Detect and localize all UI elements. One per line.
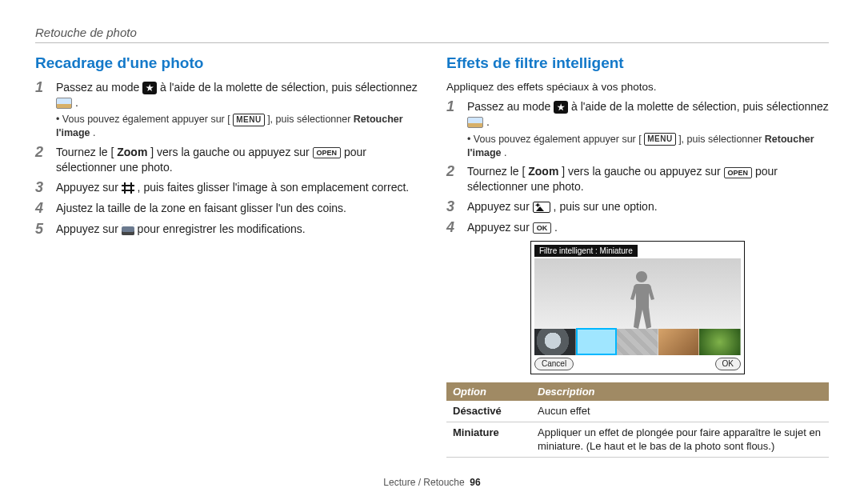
footer-page-number: 96	[470, 477, 480, 488]
crop-icon	[122, 182, 134, 194]
step-number: 4	[35, 201, 48, 217]
step-number: 1	[446, 99, 459, 160]
text: Passez au mode	[467, 100, 554, 113]
footer-section: Lecture / Retouche	[383, 477, 464, 488]
thumb-miniature-selected[interactable]	[576, 328, 618, 355]
right-heading: Effets de filtre intelligent	[446, 53, 829, 74]
menu-key-icon: MENU	[233, 114, 264, 126]
r-step-1: Passez au mode à l'aide de la molette de…	[467, 99, 829, 160]
text: Appuyez sur	[467, 221, 533, 234]
text: Passez au mode	[56, 81, 142, 94]
th-description: Description	[531, 382, 829, 402]
mode-magic-icon	[554, 101, 568, 114]
preview-cancel-button[interactable]: Cancel	[534, 358, 574, 370]
cell-option: Désactivé	[446, 401, 531, 422]
text: pour enregistrer les modifications.	[138, 222, 306, 235]
ok-key-icon: OK	[533, 222, 552, 234]
step-number: 2	[446, 164, 459, 194]
thumb-filter-5[interactable]	[699, 328, 741, 355]
text: Appuyez sur	[56, 222, 122, 235]
thumb-filter-4[interactable]	[658, 328, 700, 355]
left-column: Recadrage d'une photo 1 Passez au mode à…	[35, 53, 418, 472]
step-number: 3	[35, 180, 48, 196]
text: .	[554, 221, 558, 234]
step-3: Appuyez sur , puis faites glisser l'imag…	[56, 180, 418, 196]
text: .	[75, 96, 78, 109]
text: Tournez le [	[56, 146, 114, 158]
right-intro: Appliquez des effets spéciaux à vos phot…	[446, 80, 829, 94]
th-option: Option	[446, 382, 531, 402]
bold-text: Zoom	[528, 165, 558, 178]
preview-ok-button[interactable]: OK	[715, 358, 741, 370]
photo-edit-icon	[56, 98, 72, 109]
text: Vous pouvez également appuyer sur [	[474, 134, 642, 145]
text: ] vers la gauche ou appuyez sur	[150, 146, 312, 158]
open-key-icon: OPEN	[724, 167, 753, 178]
step-5: Appuyez sur pour enregistrer les modific…	[56, 222, 418, 238]
text: à l'aide de la molette de sélection, pui…	[160, 81, 418, 94]
text: à l'aide de la molette de sélection, pui…	[571, 100, 829, 113]
table-row: Miniature Appliquer un effet de plongée …	[446, 422, 829, 457]
thumb-filter-3[interactable]	[617, 328, 658, 355]
right-column: Effets de filtre intelligent Appliquez d…	[446, 53, 829, 472]
preview-scene	[534, 258, 741, 329]
step-number: 1	[35, 80, 48, 141]
cell-description: Aucun effet	[531, 401, 829, 422]
silhouette-icon	[626, 271, 658, 329]
text: ], puis sélectionner	[678, 134, 765, 145]
mode-magic-icon	[142, 82, 157, 94]
bold-text: Zoom	[117, 146, 147, 158]
thumb-original[interactable]	[534, 328, 576, 355]
text: .	[504, 147, 506, 158]
page-footer: Lecture / Retouche 96	[35, 472, 829, 488]
open-key-icon: OPEN	[313, 147, 342, 158]
r-step-4: Appuyez sur OK .	[467, 220, 829, 236]
r-step-3: Appuyez sur , puis sur une option.	[467, 199, 829, 215]
text: .	[93, 127, 95, 138]
camera-preview: Filtre intelligent : Miniature	[530, 241, 745, 374]
text: Vous pouvez également appuyer sur [	[62, 114, 230, 125]
left-heading: Recadrage d'une photo	[35, 53, 418, 74]
text: .	[486, 115, 490, 128]
table-row: Désactivé Aucun effet	[446, 401, 829, 422]
filter-thumbnails	[534, 328, 741, 355]
cell-option: Miniature	[446, 422, 531, 457]
text: ], puis sélectionner	[267, 114, 354, 125]
page-header: Retouche de photo	[35, 26, 829, 39]
filter-effects-icon	[533, 202, 550, 213]
text: Tournez le [	[467, 165, 525, 178]
photo-edit-icon	[467, 117, 483, 128]
step-2: Tournez le [ Zoom ] vers la gauche ou ap…	[56, 145, 418, 175]
step-number: 4	[446, 220, 459, 236]
step-number: 3	[446, 199, 459, 215]
r-step-2: Tournez le [ Zoom ] vers la gauche ou ap…	[467, 164, 829, 194]
menu-key-icon: MENU	[644, 133, 675, 146]
step-1: Passez au mode à l'aide de la molette de…	[56, 80, 418, 141]
text: , puis sur une option.	[554, 200, 658, 213]
cell-description: Appliquer un effet de plongée pour faire…	[531, 422, 829, 457]
step-number: 5	[35, 222, 48, 238]
text: , puis faites glisser l'image à son empl…	[138, 181, 410, 194]
text: Appuyez sur	[56, 181, 122, 194]
text: Appuyez sur	[467, 200, 533, 213]
divider	[35, 42, 829, 43]
step-number: 2	[35, 145, 48, 175]
preview-banner: Filtre intelligent : Miniature	[534, 245, 638, 258]
text: ] vers la gauche ou appuyez sur	[562, 165, 723, 178]
options-table: Option Description Désactivé Aucun effet…	[446, 382, 829, 458]
step-4: Ajustez la taille de la zone en faisant …	[56, 201, 418, 217]
save-icon	[122, 224, 134, 235]
